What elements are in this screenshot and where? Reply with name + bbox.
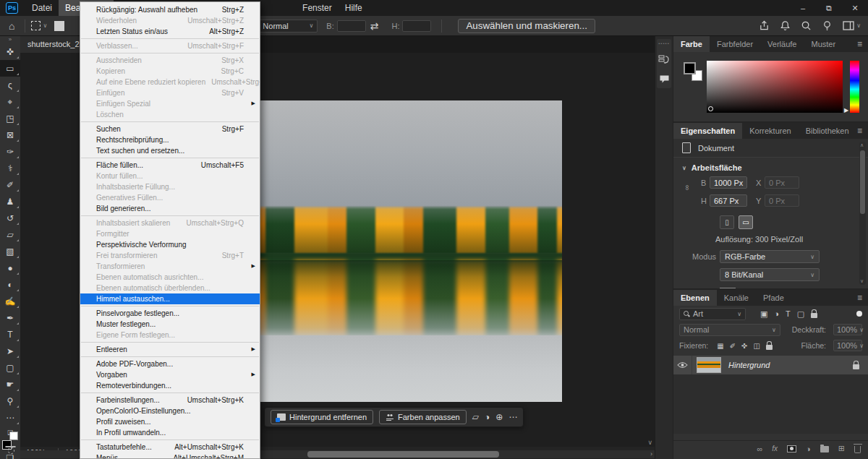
properties-scrollbar[interactable]: ∧ ∨ <box>859 142 866 285</box>
layer-row-background[interactable]: Hintergrund <box>673 356 868 374</box>
edit-menu-item[interactable]: ▶ <box>81 121 259 122</box>
clone-stamp-tool[interactable]: ♟ <box>0 193 20 210</box>
panel-tab[interactable]: Korrekturen <box>742 123 798 139</box>
filter-adjustment-icon[interactable]: ◑ <box>774 309 779 318</box>
notifications-bell-icon[interactable] <box>780 20 791 31</box>
foreground-color-swatch[interactable] <box>684 62 696 74</box>
link-layers-icon[interactable]: ∞ <box>757 445 763 453</box>
collapse-toolbar-icon[interactable]: » <box>9 36 12 43</box>
edit-menu-item[interactable]: ▶ <box>81 392 259 393</box>
menu-item-muster-festlegen[interactable]: Muster festlegen... ▶ <box>80 319 260 330</box>
edit-menu-item[interactable]: ▶ <box>81 342 259 343</box>
frame-tool[interactable]: ⊠ <box>0 126 20 143</box>
crop-tool[interactable]: ◳ <box>0 110 20 126</box>
menu-item-remoteverbindungen[interactable]: Remoteverbindungen... ▶ <box>80 380 260 391</box>
history-panel-icon[interactable] <box>658 54 670 66</box>
canvas-y-field[interactable]: 0 Px <box>765 194 799 207</box>
comments-panel-icon[interactable] <box>659 74 670 84</box>
menu-item-rueckgaengig[interactable]: Rückgängig: Auswahl aufheben Strg+Z ▶ <box>80 4 260 15</box>
panel-tab[interactable]: Pfade <box>756 290 791 306</box>
menu-item-pinselvorgabe[interactable]: Pinselvorgabe festlegen... ▶ <box>80 308 260 319</box>
menu-item-rechtschreibpruefung[interactable]: Rechtschreibprüfung... ▶ <box>80 134 260 145</box>
new-layer-icon[interactable]: ⊞ <box>838 444 845 453</box>
opacity-field[interactable]: 100% ∨ <box>833 324 862 335</box>
panel-tab[interactable]: Muster <box>804 36 843 52</box>
portrait-orientation-button[interactable]: ▯ <box>720 215 734 229</box>
menu-item-flaeche-fuellen[interactable]: Fläche füllen... Umschalt+F5 ▶ <box>80 160 260 171</box>
canvas-x-field[interactable]: 0 Px <box>765 176 799 189</box>
eraser-tool[interactable]: ▱ <box>0 226 20 243</box>
eyedropper-tool[interactable]: ✑ <box>0 143 20 160</box>
menu-item-ebenen-ausrichten[interactable]: Ebenen automatisch ausrichten... ▶ <box>80 272 260 283</box>
canvas-width-field[interactable]: 1000 Px <box>710 176 747 189</box>
close-button[interactable]: ✕ <box>842 0 868 16</box>
gradient-tool[interactable]: ▧ <box>0 243 20 259</box>
filter-toggle[interactable] <box>856 311 862 317</box>
menu-item-profil-zuweisen[interactable]: Profil zuweisen... ▶ <box>80 416 260 427</box>
panel-tab[interactable]: Eigenschaften <box>673 123 742 139</box>
menu-item-transformieren[interactable]: Transformieren ▶ <box>80 261 260 272</box>
blur-tool[interactable]: ● <box>0 259 20 276</box>
restore-button[interactable]: ⧉ <box>816 0 842 16</box>
edit-menu-item[interactable]: ▶ <box>81 158 259 158</box>
layer-style-icon[interactable]: fx <box>772 445 778 452</box>
object-selection-tool[interactable]: ⌖ <box>0 93 20 110</box>
color-mode-select[interactable]: RGB-Farbe ∨ <box>720 250 820 263</box>
color-swatches[interactable] <box>684 62 710 88</box>
zoom-tool[interactable]: ⚲ <box>0 392 20 409</box>
history-brush-tool[interactable]: ↺ <box>0 210 20 226</box>
scroll-down-icon[interactable]: ∨ <box>647 439 652 446</box>
tool-preset-marquee-icon[interactable] <box>31 21 41 30</box>
layer-name[interactable]: Hintergrund <box>728 361 770 369</box>
menu-item-einfuegen-spezial[interactable]: Einfügen Spezial ▶ <box>80 98 260 109</box>
background-color-swatch[interactable] <box>9 432 18 440</box>
blend-mode-select[interactable]: Normal ∨ <box>679 324 780 336</box>
more-options-icon[interactable]: ⋯ <box>509 412 517 422</box>
menubar-item[interactable]: Fenster <box>296 0 339 16</box>
layer-search-box[interactable]: Art ∨ <box>679 308 746 320</box>
filter-type-icon[interactable]: T <box>786 309 791 318</box>
menu-item-frei-transformieren[interactable]: Frei transformieren Strg+T ▶ <box>80 250 260 261</box>
menu-item-wiederholen[interactable]: Wiederholen Umschalt+Strg+Z ▶ <box>80 15 260 26</box>
menu-item-generatives-fuellen[interactable]: Generatives Füllen... ▶ <box>80 192 260 203</box>
workspace-switcher[interactable]: ∨ <box>843 21 861 30</box>
filter-shape-icon[interactable]: ▢ <box>797 309 804 319</box>
swap-dimensions-icon[interactable]: ⇄ <box>366 20 383 32</box>
adjustment-layer-icon[interactable]: ◑ <box>806 445 811 453</box>
panel-tab[interactable]: Verläufe <box>760 36 804 52</box>
menu-item-menues[interactable]: Menüs... Alt+Umschalt+Strg+M ▶ <box>80 452 260 459</box>
edit-menu-item[interactable]: ▶ <box>81 306 259 306</box>
filter-smart-object-lock-icon[interactable] <box>811 313 817 318</box>
panel-tab[interactable]: Kanäle <box>717 290 756 306</box>
move-tool[interactable]: ✜ <box>0 43 20 60</box>
adjustment-icon[interactable]: ◑ <box>485 412 490 422</box>
menu-item-kopieren[interactable]: Kopieren Strg+C ▶ <box>80 66 260 77</box>
pen-tool[interactable]: ✒ <box>0 309 20 326</box>
adjust-colors-button[interactable]: Farben anpassen <box>379 410 467 424</box>
scrollbar-thumb[interactable] <box>307 451 499 458</box>
healing-brush-tool[interactable]: ⚕ <box>0 160 20 176</box>
layer-visibility-toggle[interactable] <box>673 356 692 374</box>
canvas-height-field[interactable]: 667 Px <box>710 194 747 207</box>
add-mask-icon[interactable] <box>787 445 796 452</box>
link-dimensions-icon[interactable]: ∞ <box>684 185 692 190</box>
selection-mode-icon[interactable] <box>54 21 64 31</box>
transform-icon[interactable]: ▱ <box>472 412 479 422</box>
edit-menu-item[interactable]: ▶ <box>81 215 259 216</box>
type-tool[interactable]: T <box>0 326 20 343</box>
layer-locked-icon[interactable] <box>853 364 859 369</box>
scrollbar-thumb[interactable] <box>860 150 865 214</box>
layer-thumbnail[interactable] <box>697 357 721 373</box>
edit-menu-item[interactable]: ▶ <box>81 53 259 53</box>
panel-menu-icon[interactable]: ≡ <box>857 293 862 303</box>
menubar-item[interactable]: Datei <box>25 0 59 16</box>
minimize-button[interactable]: – <box>790 0 816 16</box>
menu-item-bild-generieren[interactable]: Bild generieren... ▶ <box>80 203 260 214</box>
edit-menu-item[interactable]: ▶ <box>81 439 259 440</box>
width-input[interactable] <box>337 20 366 32</box>
menubar-item[interactable]: Hilfe <box>339 0 369 16</box>
search-icon[interactable] <box>801 20 812 31</box>
chevron-down-icon[interactable]: ∨ <box>43 22 47 29</box>
home-icon[interactable]: ⌂ <box>4 20 19 32</box>
lasso-tool[interactable]: ς <box>0 77 20 93</box>
